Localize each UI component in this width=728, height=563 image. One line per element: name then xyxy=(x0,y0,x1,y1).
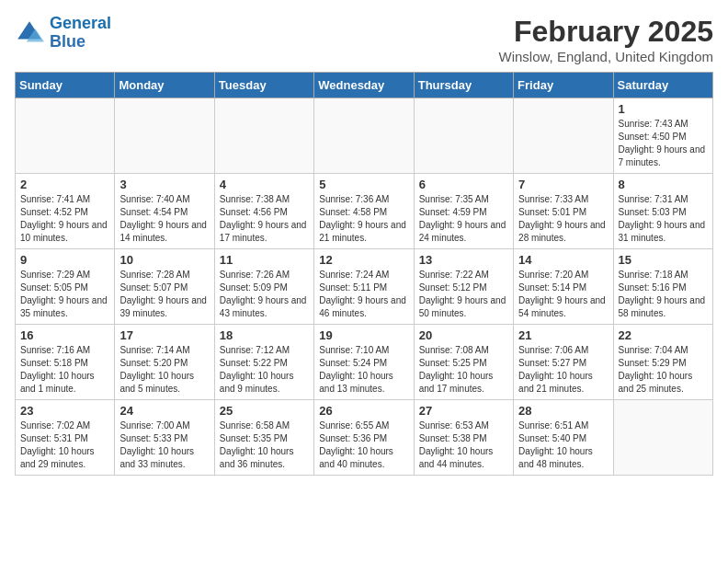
cell-details: Sunrise: 7:24 AM Sunset: 5:11 PM Dayligh… xyxy=(319,269,408,320)
cell-details: Sunrise: 7:02 AM Sunset: 5:31 PM Dayligh… xyxy=(20,419,109,471)
calendar-cell: 15Sunrise: 7:18 AM Sunset: 5:16 PM Dayli… xyxy=(613,249,712,325)
calendar-cell: 18Sunrise: 7:12 AM Sunset: 5:22 PM Dayli… xyxy=(214,325,313,400)
cell-details: Sunrise: 7:28 AM Sunset: 5:07 PM Dayligh… xyxy=(119,269,209,320)
cell-details: Sunrise: 7:16 AM Sunset: 5:18 PM Dayligh… xyxy=(20,344,109,396)
calendar-cell: 8Sunrise: 7:31 AM Sunset: 5:03 PM Daylig… xyxy=(613,174,712,249)
calendar-cell xyxy=(115,98,214,174)
day-number: 14 xyxy=(518,253,608,267)
day-number: 8 xyxy=(619,178,708,191)
calendar-cell: 4Sunrise: 7:38 AM Sunset: 4:56 PM Daylig… xyxy=(214,174,313,249)
day-number: 2 xyxy=(20,178,109,191)
calendar-cell: 9Sunrise: 7:29 AM Sunset: 5:05 PM Daylig… xyxy=(16,249,115,325)
cell-details: Sunrise: 7:31 AM Sunset: 5:03 PM Dayligh… xyxy=(619,193,708,245)
cell-details: Sunrise: 7:18 AM Sunset: 5:16 PM Dayligh… xyxy=(619,269,708,320)
cell-details: Sunrise: 7:35 AM Sunset: 4:59 PM Dayligh… xyxy=(419,193,508,245)
calendar-cell xyxy=(314,98,414,174)
calendar-cell: 28Sunrise: 6:51 AM Sunset: 5:40 PM Dayli… xyxy=(514,400,613,476)
calendar-cell: 23Sunrise: 7:02 AM Sunset: 5:31 PM Dayli… xyxy=(16,400,115,476)
day-number: 24 xyxy=(119,404,209,418)
day-number: 10 xyxy=(119,253,209,267)
day-number: 5 xyxy=(319,178,408,191)
day-number: 28 xyxy=(518,404,608,418)
calendar-cell: 11Sunrise: 7:26 AM Sunset: 5:09 PM Dayli… xyxy=(214,249,313,325)
cell-details: Sunrise: 7:10 AM Sunset: 5:24 PM Dayligh… xyxy=(319,344,408,396)
calendar-cell: 2Sunrise: 7:41 AM Sunset: 4:52 PM Daylig… xyxy=(16,174,115,249)
day-number: 6 xyxy=(419,178,508,191)
page-header: General Blue February 2025 Winslow, Engl… xyxy=(15,15,713,64)
calendar-cell: 10Sunrise: 7:28 AM Sunset: 5:07 PM Dayli… xyxy=(115,249,214,325)
cell-details: Sunrise: 6:55 AM Sunset: 5:36 PM Dayligh… xyxy=(319,419,408,471)
logo-line1: General xyxy=(50,14,111,32)
calendar-week-3: 16Sunrise: 7:16 AM Sunset: 5:18 PM Dayli… xyxy=(16,325,713,400)
calendar-body: 1Sunrise: 7:43 AM Sunset: 4:50 PM Daylig… xyxy=(16,98,713,476)
calendar-cell: 14Sunrise: 7:20 AM Sunset: 5:14 PM Dayli… xyxy=(514,249,613,325)
cell-details: Sunrise: 7:00 AM Sunset: 5:33 PM Dayligh… xyxy=(119,419,209,471)
cell-details: Sunrise: 7:04 AM Sunset: 5:29 PM Dayligh… xyxy=(619,344,708,396)
cell-details: Sunrise: 7:36 AM Sunset: 4:58 PM Dayligh… xyxy=(319,193,408,245)
calendar-week-2: 9Sunrise: 7:29 AM Sunset: 5:05 PM Daylig… xyxy=(16,249,713,325)
day-number: 20 xyxy=(419,328,508,342)
cell-details: Sunrise: 7:22 AM Sunset: 5:12 PM Dayligh… xyxy=(419,269,508,320)
calendar-cell: 22Sunrise: 7:04 AM Sunset: 5:29 PM Dayli… xyxy=(613,325,712,400)
calendar-cell xyxy=(414,98,513,174)
calendar-cell: 17Sunrise: 7:14 AM Sunset: 5:20 PM Dayli… xyxy=(115,325,214,400)
day-number: 25 xyxy=(220,404,309,418)
day-number: 18 xyxy=(220,328,309,342)
cell-details: Sunrise: 7:20 AM Sunset: 5:14 PM Dayligh… xyxy=(518,269,608,320)
day-header-saturday: Saturday xyxy=(613,73,712,98)
calendar-week-1: 2Sunrise: 7:41 AM Sunset: 4:52 PM Daylig… xyxy=(16,174,713,249)
logo: General Blue xyxy=(15,15,111,52)
cell-details: Sunrise: 7:29 AM Sunset: 5:05 PM Dayligh… xyxy=(20,269,109,320)
day-number: 16 xyxy=(20,328,109,342)
logo-icon xyxy=(15,18,44,48)
day-header-friday: Friday xyxy=(514,73,613,98)
calendar-cell: 20Sunrise: 7:08 AM Sunset: 5:25 PM Dayli… xyxy=(414,325,513,400)
day-number: 19 xyxy=(319,328,408,342)
cell-details: Sunrise: 7:26 AM Sunset: 5:09 PM Dayligh… xyxy=(220,269,309,320)
logo-text: General Blue xyxy=(50,15,111,52)
day-header-sunday: Sunday xyxy=(16,73,115,98)
cell-details: Sunrise: 7:41 AM Sunset: 4:52 PM Dayligh… xyxy=(20,193,109,245)
calendar-cell: 3Sunrise: 7:40 AM Sunset: 4:54 PM Daylig… xyxy=(115,174,214,249)
calendar-week-4: 23Sunrise: 7:02 AM Sunset: 5:31 PM Dayli… xyxy=(16,400,713,476)
cell-details: Sunrise: 6:58 AM Sunset: 5:35 PM Dayligh… xyxy=(220,419,309,471)
day-number: 21 xyxy=(518,328,608,342)
calendar-cell xyxy=(214,98,313,174)
cell-details: Sunrise: 7:14 AM Sunset: 5:20 PM Dayligh… xyxy=(119,344,209,396)
month-title: February 2025 xyxy=(499,15,713,49)
day-number: 1 xyxy=(619,102,708,116)
day-number: 11 xyxy=(220,253,309,267)
calendar-cell: 5Sunrise: 7:36 AM Sunset: 4:58 PM Daylig… xyxy=(314,174,414,249)
day-number: 12 xyxy=(319,253,408,267)
calendar-cell: 27Sunrise: 6:53 AM Sunset: 5:38 PM Dayli… xyxy=(414,400,513,476)
calendar-cell xyxy=(514,98,613,174)
day-number: 27 xyxy=(419,404,508,418)
location: Winslow, England, United Kingdom xyxy=(499,49,713,64)
day-number: 23 xyxy=(20,404,109,418)
calendar-cell: 13Sunrise: 7:22 AM Sunset: 5:12 PM Dayli… xyxy=(414,249,513,325)
calendar-week-0: 1Sunrise: 7:43 AM Sunset: 4:50 PM Daylig… xyxy=(16,98,713,174)
day-number: 22 xyxy=(619,328,708,342)
calendar-cell: 24Sunrise: 7:00 AM Sunset: 5:33 PM Dayli… xyxy=(115,400,214,476)
calendar-table: SundayMondayTuesdayWednesdayThursdayFrid… xyxy=(15,72,713,476)
day-header-wednesday: Wednesday xyxy=(314,73,414,98)
day-number: 13 xyxy=(419,253,508,267)
day-number: 7 xyxy=(518,178,608,191)
day-number: 17 xyxy=(119,328,209,342)
calendar-cell: 16Sunrise: 7:16 AM Sunset: 5:18 PM Dayli… xyxy=(16,325,115,400)
calendar-cell: 12Sunrise: 7:24 AM Sunset: 5:11 PM Dayli… xyxy=(314,249,414,325)
cell-details: Sunrise: 6:53 AM Sunset: 5:38 PM Dayligh… xyxy=(419,419,508,471)
day-number: 15 xyxy=(619,253,708,267)
calendar-cell xyxy=(613,400,712,476)
cell-details: Sunrise: 7:12 AM Sunset: 5:22 PM Dayligh… xyxy=(220,344,309,396)
calendar-cell: 21Sunrise: 7:06 AM Sunset: 5:27 PM Dayli… xyxy=(514,325,613,400)
day-header-monday: Monday xyxy=(115,73,214,98)
day-number: 4 xyxy=(220,178,309,191)
day-number: 26 xyxy=(319,404,408,418)
title-block: February 2025 Winslow, England, United K… xyxy=(499,15,713,64)
day-header-tuesday: Tuesday xyxy=(214,73,313,98)
calendar-cell: 26Sunrise: 6:55 AM Sunset: 5:36 PM Dayli… xyxy=(314,400,414,476)
logo-line2: Blue xyxy=(50,32,85,51)
calendar-cell: 19Sunrise: 7:10 AM Sunset: 5:24 PM Dayli… xyxy=(314,325,414,400)
day-number: 3 xyxy=(119,178,209,191)
